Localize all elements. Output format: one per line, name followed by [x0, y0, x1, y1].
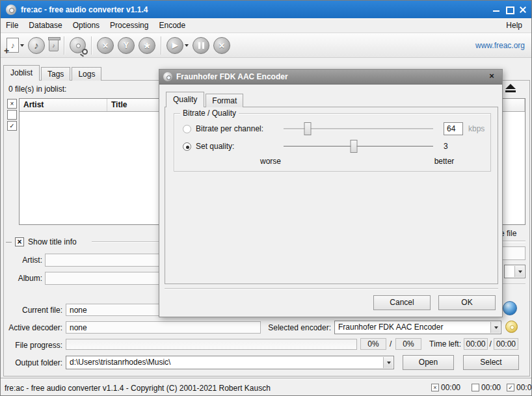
column-header-artist[interactable]: Artist [20, 99, 107, 111]
cd-search-icon [70, 37, 86, 53]
cancel-button[interactable]: Cancel [373, 295, 431, 310]
select-none-button[interactable] [7, 110, 17, 120]
bitrate-label: Bitrate per channel: [196, 124, 263, 133]
better-label: better [425, 157, 464, 166]
select-button[interactable]: Select [463, 355, 519, 370]
time-value: 00:00 [516, 383, 532, 392]
checked-box-icon: × [431, 384, 439, 391]
ok-button[interactable]: OK [438, 295, 496, 310]
tab-quality[interactable]: Quality [166, 92, 204, 107]
group-title: Bitrate / Quality [180, 109, 239, 118]
time-value: 00:00 [441, 383, 460, 392]
menu-options[interactable]: Options [68, 19, 105, 32]
window-title: fre:ac - free audio converter v1.1.4 [21, 5, 148, 14]
time-left-label: Time left: [423, 339, 461, 349]
stop-encoding-button[interactable]: × [211, 35, 232, 56]
add-files-dropdown-icon[interactable] [20, 44, 24, 47]
start-encoding-dropdown-icon[interactable] [185, 44, 189, 47]
cd-rip-button[interactable] [68, 35, 88, 56]
check-box-icon: ✓ [507, 384, 514, 391]
album-field[interactable] [45, 272, 159, 285]
total-percent: 0% [395, 338, 421, 350]
encoder-settings-gear-icon[interactable] [505, 321, 518, 333]
remove-file-button[interactable]: ♪ [26, 35, 47, 56]
bitrate-value-box[interactable]: 64 [444, 122, 463, 135]
tab-tags[interactable]: Tags [41, 67, 70, 81]
close-button[interactable] [519, 6, 526, 13]
encoder-config-dialog: Fraunhofer FDK AAC Encoder × Quality For… [159, 69, 503, 317]
menu-file[interactable]: File [1, 19, 23, 32]
menu-help[interactable]: Help [501, 19, 527, 32]
menu-database[interactable]: Database [23, 19, 67, 32]
menu-processing[interactable]: Processing [105, 19, 153, 32]
info-sphere-icon[interactable] [503, 301, 517, 315]
stop-icon: × [213, 37, 230, 54]
dialog-app-icon [163, 72, 172, 81]
gear-glyph: * [144, 40, 150, 51]
stop-glyph: × [219, 40, 225, 51]
time-indicator-unselected: 00:00 [472, 383, 501, 392]
pause-encoding-button[interactable] [191, 35, 211, 56]
add-files-button[interactable]: ♪ + [5, 35, 26, 56]
artist-field[interactable] [45, 254, 159, 267]
statusbar: fre:ac - free audio converter v1.1.4 - C… [1, 378, 531, 396]
music-note-icon: ♪ [28, 37, 45, 54]
note-glyph: ♪ [52, 42, 55, 49]
maximize-button[interactable] [506, 6, 513, 13]
active-decoder-label: Active decoder: [1, 323, 62, 332]
active-decoder-value: none [66, 321, 261, 334]
quality-slider[interactable] [284, 140, 433, 153]
add-files-icon: ♪ + [7, 38, 19, 53]
slider-track [284, 146, 433, 147]
dialog-titlebar[interactable]: Fraunhofer FDK AAC Encoder × [159, 70, 502, 85]
plus-glyph: + [4, 47, 9, 54]
toggle-selection-button[interactable]: ✓ [7, 121, 17, 131]
selected-encoder-combobox[interactable]: Fraunhofer FDK AAC Encoder [334, 321, 501, 334]
toolbar-separator [91, 36, 92, 55]
processing-settings-button[interactable]: Y [116, 35, 137, 56]
album-label: Album: [18, 274, 42, 283]
quality-value: 3 [444, 142, 448, 151]
toolbar: ♪ + ♪ ♪ × Y [1, 33, 531, 58]
app-window: fre:ac - free audio converter v1.1.4 Fil… [0, 0, 532, 396]
start-encoding-button[interactable]: ▶ [165, 35, 191, 56]
output-folder-label: Output folder: [1, 358, 62, 367]
dialog-close-icon[interactable]: × [487, 72, 496, 81]
bitrate-radio[interactable] [183, 125, 191, 133]
clear-joblist-button[interactable]: ♪ [47, 35, 60, 56]
configure-encoder-button[interactable]: * [137, 35, 157, 56]
right-rule-fragment [503, 241, 525, 242]
output-folder-combobox[interactable]: d:\Users\tristanrhodes\Music\ [66, 356, 394, 369]
funnel-glyph: Y [124, 41, 129, 50]
wrench-icon: × [97, 37, 114, 54]
tab-format[interactable]: Format [206, 94, 243, 107]
tab-logs[interactable]: Logs [72, 67, 101, 81]
funnel-icon: Y [118, 37, 135, 54]
file-percent: 0% [360, 338, 386, 350]
slider-thumb[interactable] [351, 140, 358, 153]
quality-radio[interactable] [183, 142, 191, 151]
bitrate-slider[interactable] [284, 122, 433, 135]
open-button[interactable]: Open [403, 355, 454, 370]
file-progress-bar [66, 339, 357, 350]
right-combo-fragment[interactable] [504, 265, 525, 278]
general-settings-button[interactable]: × [95, 35, 116, 56]
wrench-glyph: × [103, 40, 108, 51]
quality-label: Set quality: [196, 142, 234, 151]
freac-website-link[interactable]: www.freac.org [475, 41, 525, 50]
right-field-fragment[interactable] [501, 246, 525, 260]
dialog-tab-page: Bitrate / Quality Bitrate per channel: 6… [165, 107, 498, 284]
select-all-button[interactable]: × [7, 99, 17, 109]
menu-encode[interactable]: Encode [153, 19, 191, 32]
minimize-button[interactable] [493, 6, 500, 13]
show-title-info-checkbox[interactable]: × [15, 237, 24, 246]
output-folder-value: d:\Users\tristanrhodes\Music\ [70, 358, 170, 367]
eject-button[interactable] [501, 82, 520, 94]
gear-icon: * [139, 37, 155, 54]
slider-thumb[interactable] [304, 122, 311, 135]
eject-icon [505, 84, 516, 89]
tab-joblist[interactable]: Joblist [3, 65, 40, 81]
time-left-file: 00:00 [464, 338, 488, 350]
time-indicator-total: ✓ 00:00 [507, 383, 532, 392]
time-left-total: 00:00 [494, 338, 518, 350]
